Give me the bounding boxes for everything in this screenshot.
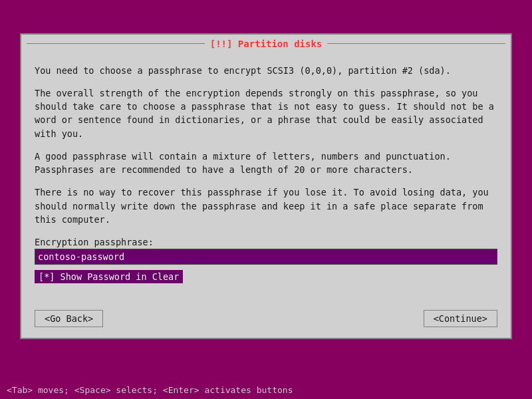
paragraph-4: There is no way to recover this passphra… [35,186,497,226]
paragraph-3: A good passphrase will contain a mixture… [35,150,497,177]
go-back-button[interactable]: <Go Back> [35,310,103,327]
dialog-buttons: <Go Back> <Continue> [21,305,511,338]
status-bar-text: <Tab> moves; <Space> selects; <Enter> ac… [7,385,293,395]
dialog-title: [!!] Partition disks [210,39,323,49]
passphrase-label: Encryption passphrase: [35,235,497,249]
continue-button[interactable]: <Continue> [424,310,497,327]
status-bar: <Tab> moves; <Space> selects; <Enter> ac… [0,381,532,399]
show-password-checkbox-row: [*] Show Password in Clear [35,270,497,283]
show-password-button[interactable]: [*] Show Password in Clear [35,270,183,283]
partition-disks-dialog: [!!] Partition disks You need to choose … [20,33,512,340]
dialog-title-bar: [!!] Partition disks [21,35,511,53]
paragraph-2: The overall strength of the encryption d… [35,86,497,140]
paragraph-1: You need to choose a passphrase to encry… [35,64,497,77]
passphrase-input[interactable] [35,249,497,265]
dialog-content: You need to choose a passphrase to encry… [21,53,511,305]
passphrase-input-row [35,249,497,265]
